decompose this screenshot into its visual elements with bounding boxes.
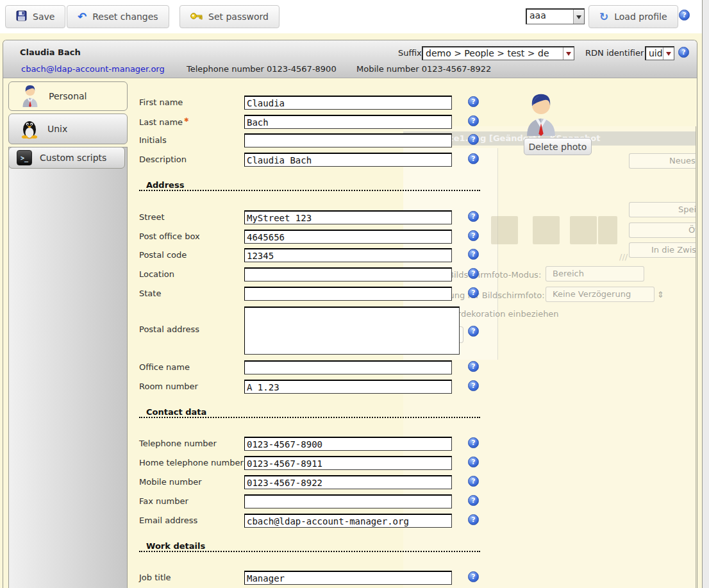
job-title-input[interactable] [244, 571, 452, 585]
ghost-thumbnail [491, 216, 518, 244]
top-toolbar: Save ↶ Reset changes Set password aaa ↻ … [0, 0, 709, 33]
help-icon[interactable]: ? [468, 514, 479, 525]
user-photo [525, 90, 557, 138]
last-name-input[interactable] [244, 115, 452, 129]
postal-address-label: Postal address [139, 324, 247, 334]
terminal-icon: >_ [17, 150, 32, 165]
initials-input[interactable] [244, 133, 452, 147]
ghost-mode-select: Bereich [546, 266, 644, 281]
help-icon[interactable]: ? [468, 134, 479, 145]
job-title-label: Job title [139, 573, 247, 582]
help-icon[interactable]: ? [468, 380, 479, 391]
suffix-select-value: demo > People > test > de [423, 47, 563, 60]
load-profile-label: Load profile [614, 12, 667, 22]
help-icon[interactable]: ? [468, 268, 479, 279]
state-input[interactable] [244, 287, 452, 301]
floppy-disk-icon [16, 10, 27, 23]
ghost-thumbnail [598, 216, 617, 244]
telephone-number-input[interactable] [244, 437, 452, 451]
account-email-link[interactable]: cbach@ldap-account-manager.org [21, 64, 165, 74]
reset-changes-label: Reset changes [92, 12, 158, 22]
help-icon[interactable]: ? [468, 476, 479, 487]
ghost-clipboard-button: In die Zwischen [629, 242, 696, 258]
home-telephone-number-label: Home telephone number [139, 458, 247, 467]
account-title: Claudia Bach [20, 47, 81, 57]
post-office-box-input[interactable] [244, 230, 452, 244]
room-number-input[interactable] [244, 380, 452, 394]
delete-photo-button[interactable]: Delete photo [524, 138, 592, 155]
ghost-spinner-arrows-icon: ⇕ [657, 290, 664, 299]
help-icon[interactable]: ? [468, 495, 479, 506]
ghost-resize-grip: /// [619, 252, 628, 262]
postal-address-textarea[interactable] [244, 307, 460, 355]
person-icon [22, 83, 38, 109]
tab-custom-scripts-label: Custom scripts [40, 153, 106, 163]
delete-photo-label: Delete photo [529, 142, 587, 152]
save-button-label: Save [33, 12, 54, 22]
suffix-select[interactable]: demo > People > test > de [422, 46, 574, 60]
help-icon[interactable]: ? [468, 249, 479, 260]
mobile-number-input[interactable] [244, 475, 452, 489]
room-number-label: Room number [139, 382, 247, 391]
tab-personal[interactable]: Personal [8, 81, 128, 111]
rdn-identifier-select[interactable]: uid [645, 46, 674, 60]
ghost-save-button: Speicher [629, 202, 696, 217]
account-header: Claudia Bach Suffix demo > People > test… [3, 40, 697, 78]
first-name-input[interactable] [244, 96, 452, 110]
help-icon[interactable]: ? [468, 115, 479, 126]
refresh-icon: ↻ [599, 12, 608, 22]
location-input[interactable] [244, 267, 452, 281]
set-password-label: Set password [208, 12, 269, 22]
section-header-address: Address [139, 180, 480, 191]
first-name-label: First name [139, 97, 247, 107]
ghost-delay-spinner: Keine Verzögerung [546, 287, 655, 302]
help-icon[interactable]: ? [678, 47, 689, 58]
description-input[interactable] [244, 153, 452, 167]
email-address-input[interactable] [244, 514, 452, 528]
scrollbar[interactable] [702, 0, 709, 588]
office-name-input[interactable] [244, 360, 452, 374]
tab-custom-scripts[interactable]: >_ Custom scripts [8, 147, 125, 169]
description-label: Description [139, 155, 247, 164]
fax-number-input[interactable] [244, 494, 452, 508]
ghost-open-button: Öffne [629, 223, 696, 238]
street-label: Street [139, 212, 247, 222]
set-password-button[interactable]: Set password [179, 5, 279, 28]
help-icon[interactable]: ? [679, 10, 690, 21]
postal-code-input[interactable] [244, 248, 452, 262]
help-icon[interactable]: ? [468, 287, 479, 298]
help-icon[interactable]: ? [468, 571, 479, 582]
suffix-label: Suffix [398, 48, 422, 58]
profile-select[interactable]: aaa [526, 8, 585, 24]
reset-changes-button[interactable]: ↶ Reset changes [67, 5, 169, 28]
telephone-number-label: Telephone number [139, 439, 247, 448]
location-label: Location [139, 269, 247, 279]
section-header-contact-data: Contact data [139, 407, 480, 418]
help-icon[interactable]: ? [468, 437, 479, 448]
save-button[interactable]: Save [5, 5, 65, 28]
header-telephone-text: Telephone number 0123-4567-8900 [187, 64, 337, 74]
help-icon[interactable]: ? [468, 153, 479, 164]
state-label: State [139, 289, 247, 298]
rdn-identifier-label: RDN identifier [585, 48, 644, 58]
tab-unix-label: Unix [47, 124, 67, 134]
help-icon[interactable]: ? [468, 230, 479, 241]
help-icon[interactable]: ? [468, 211, 479, 222]
last-name-label: Last name✱ [139, 117, 247, 127]
load-profile-button[interactable]: ↻ Load profile [588, 5, 678, 28]
header-mobile-text: Mobile number 0123-4567-8922 [356, 64, 491, 74]
required-marker: ✱ [184, 117, 189, 123]
street-input[interactable] [244, 210, 452, 224]
ghost-thumbnail [570, 216, 597, 244]
email-address-label: Email address [139, 516, 247, 525]
help-icon[interactable]: ? [468, 326, 479, 337]
help-icon[interactable]: ? [468, 361, 479, 372]
home-telephone-number-input[interactable] [244, 456, 452, 470]
tab-unix[interactable]: Unix [8, 113, 128, 144]
account-edit-frame: device1.png [Geändert] - KSnapshot Neues… [3, 40, 697, 588]
tux-icon [19, 119, 40, 139]
office-name-label: Office name [139, 362, 247, 372]
help-icon[interactable]: ? [468, 457, 479, 467]
help-icon[interactable]: ? [468, 96, 479, 107]
mobile-number-label: Mobile number [139, 477, 247, 487]
